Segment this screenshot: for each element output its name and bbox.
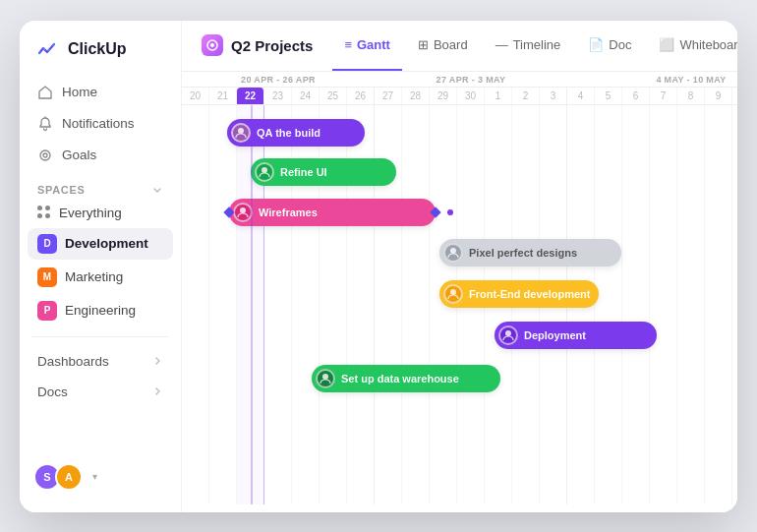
- task-warehouse[interactable]: Set up data warehouse: [312, 365, 500, 392]
- day-28: 28: [402, 88, 430, 104]
- sidebar: ClickUp Home Notifications Goals: [20, 21, 182, 512]
- day-2: 2: [512, 88, 540, 104]
- task-pixel-designs[interactable]: Pixel perfect designs: [439, 239, 621, 266]
- task-frontend[interactable]: Front-End development: [439, 280, 599, 308]
- target-icon: [37, 148, 53, 163]
- tab-whiteboard[interactable]: ⬜ Whiteboard: [647, 21, 737, 71]
- chevron-down-icon: [151, 184, 163, 196]
- sidebar-item-notifications[interactable]: Notifications: [28, 109, 173, 139]
- date-group-2: 27 APR - 3 MAY 27 28 29 30 1 2 3: [375, 72, 567, 104]
- task-refine-ui[interactable]: Refine UI: [251, 158, 396, 186]
- task-avatar-wireframes: [233, 203, 253, 222]
- task-wireframes-wrapper: Wireframes: [225, 199, 453, 226]
- doc-icon: 📄: [588, 37, 604, 52]
- connector-dot: [447, 209, 453, 215]
- gantt-icon: ≡: [344, 37, 352, 52]
- gantt-body: QA the build Refine UI: [182, 105, 737, 504]
- task-pixel-label: Pixel perfect designs: [469, 247, 577, 259]
- task-deployment-label: Deployment: [524, 329, 586, 341]
- day-10: 10: [732, 88, 737, 104]
- svg-point-11: [322, 374, 328, 380]
- day-4: 4: [567, 88, 595, 104]
- user-avatars: S A: [33, 463, 83, 491]
- sidebar-footer[interactable]: S A ▾: [20, 453, 181, 501]
- date-range-3: 4 MAY - 10 MAY: [567, 72, 737, 88]
- main-header: Q2 Projects ≡ Gantt ⊞ Board — Timeline 📄…: [182, 21, 737, 72]
- chevron-right-icon-2: [151, 385, 163, 397]
- bell-icon: [37, 116, 53, 132]
- app-window: ClickUp Home Notifications Goals: [20, 21, 737, 512]
- tab-board[interactable]: ⊞ Board: [406, 21, 480, 71]
- days-group-2: 27 28 29 30 1 2 3: [375, 88, 567, 104]
- day-21: 21: [209, 88, 237, 104]
- day-22-today: 22: [237, 88, 264, 104]
- timeline-icon: —: [495, 37, 508, 52]
- divider-1: [31, 336, 169, 337]
- board-icon: ⊞: [418, 37, 429, 52]
- space-item-development[interactable]: D Development: [28, 228, 173, 260]
- day-30: 30: [457, 88, 485, 104]
- date-group-1: 20 APR - 26 APR 20 21 22 23 24 25 26: [182, 72, 375, 104]
- svg-point-6: [262, 167, 267, 173]
- gantt-container: 20 APR - 26 APR 20 21 22 23 24 25 26: [182, 72, 737, 512]
- svg-point-5: [238, 128, 244, 134]
- clickup-logo-icon: [35, 36, 61, 62]
- project-title: Q2 Projects: [231, 37, 313, 54]
- sidebar-item-dashboards[interactable]: Dashboards: [28, 347, 173, 376]
- task-avatar-warehouse: [316, 369, 335, 388]
- project-icon: [202, 34, 223, 56]
- task-avatar-frontend: [443, 284, 463, 304]
- app-name: ClickUp: [68, 40, 127, 58]
- day-7: 7: [650, 88, 677, 104]
- task-warehouse-label: Set up data warehouse: [341, 373, 459, 384]
- day-6: 6: [622, 88, 650, 104]
- svg-point-9: [450, 289, 456, 295]
- svg-rect-0: [35, 36, 61, 62]
- tab-timeline[interactable]: — Timeline: [484, 21, 573, 71]
- day-8: 8: [677, 88, 705, 104]
- day-5: 5: [595, 88, 622, 104]
- bottom-nav: Dashboards Docs: [20, 347, 181, 406]
- gantt-header: 20 APR - 26 APR 20 21 22 23 24 25 26: [182, 72, 737, 105]
- task-wireframes[interactable]: Wireframes: [229, 199, 436, 226]
- whiteboard-icon: ⬜: [659, 37, 674, 52]
- space-badge-engineering: P: [37, 301, 57, 321]
- avatar-user2: A: [55, 463, 83, 491]
- task-qa-build[interactable]: QA the build: [227, 119, 365, 147]
- space-item-everything[interactable]: Everything: [28, 200, 173, 226]
- space-item-marketing[interactable]: M Marketing: [28, 262, 173, 293]
- task-wireframes-label: Wireframes: [259, 207, 318, 218]
- dots-grid-icon: [37, 206, 51, 219]
- days-group-3: 4 5 6 7 8 9 10 11 12: [567, 88, 737, 104]
- tab-doc[interactable]: 📄 Doc: [576, 21, 643, 71]
- tab-gantt[interactable]: ≡ Gantt: [332, 21, 402, 71]
- sidebar-item-goals[interactable]: Goals: [28, 141, 173, 170]
- sidebar-item-home[interactable]: Home: [28, 78, 173, 107]
- day-24: 24: [292, 88, 320, 104]
- svg-point-7: [240, 207, 246, 213]
- sidebar-item-docs[interactable]: Docs: [28, 378, 173, 406]
- day-27: 27: [375, 88, 402, 104]
- svg-point-2: [43, 153, 47, 157]
- logo: ClickUp: [20, 36, 181, 78]
- date-range-2: 27 APR - 3 MAY: [375, 72, 567, 88]
- spaces-label: Spaces: [20, 170, 181, 200]
- day-26: 26: [347, 88, 375, 104]
- task-avatar-deployment: [498, 325, 518, 345]
- task-avatar-qa: [231, 123, 251, 143]
- svg-point-1: [40, 150, 50, 160]
- day-9: 9: [705, 88, 732, 104]
- day-1: 1: [485, 88, 512, 104]
- space-item-engineering[interactable]: P Engineering: [28, 295, 173, 326]
- space-badge-marketing: M: [37, 267, 57, 287]
- task-deployment[interactable]: Deployment: [495, 322, 657, 349]
- chevron-right-icon: [151, 355, 163, 367]
- project-title-group: Q2 Projects: [202, 34, 313, 56]
- main-content: Q2 Projects ≡ Gantt ⊞ Board — Timeline 📄…: [182, 21, 737, 512]
- day-29: 29: [430, 88, 457, 104]
- home-icon: [37, 85, 53, 100]
- task-refine-label: Refine UI: [280, 166, 327, 178]
- tab-list: ≡ Gantt ⊞ Board — Timeline 📄 Doc ⬜ Wh: [332, 21, 737, 71]
- today-line: [251, 105, 253, 504]
- task-frontend-label: Front-End development: [469, 288, 590, 300]
